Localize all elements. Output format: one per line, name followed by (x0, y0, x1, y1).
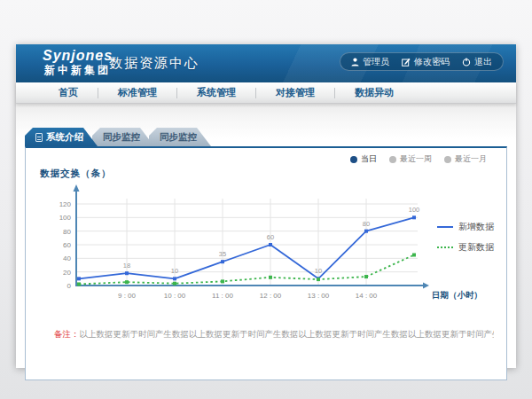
app-window: Synjones 新中新集团 数据资源中心 管理员 修改密码 退出 (16, 44, 516, 368)
change-password-label: 修改密码 (414, 56, 450, 68)
tab-sync-monitor-2[interactable]: 同步监控 (149, 128, 211, 146)
line-chart: 0204060801001209 : 0010 : 0011 : 0012 : … (26, 148, 508, 325)
dotted-line-icon (437, 246, 453, 248)
legend-item-new-data: 新增数据 (437, 221, 494, 233)
svg-text:12 : 00: 12 : 00 (260, 292, 282, 300)
svg-text:80: 80 (63, 228, 71, 236)
tab-label: 同步监控 (103, 131, 140, 144)
svg-text:100: 100 (59, 214, 72, 222)
header-divider (101, 52, 102, 74)
current-user-button[interactable]: 管理员 (351, 56, 389, 68)
svg-text:11 : 00: 11 : 00 (212, 292, 233, 300)
page-title: 数据资源中心 (109, 55, 200, 72)
svg-text:10 : 00: 10 : 00 (164, 292, 186, 300)
legend-label: 更新数据 (458, 241, 494, 254)
app-header: Synjones 新中新集团 数据资源中心 管理员 修改密码 退出 (16, 44, 516, 82)
tab-sync-monitor-1[interactable]: 同步监控 (92, 128, 154, 146)
change-password-button[interactable]: 修改密码 (402, 56, 450, 68)
chart-legend: 新增数据 更新数据 (437, 221, 494, 254)
svg-text:20: 20 (63, 269, 71, 277)
tab-bar: 系统介绍 同步监控 同步监控 (25, 128, 211, 146)
logout-label: 退出 (474, 56, 492, 68)
footnote-text: 以上数据更新于时间产生数据以上数据更新于时间产生数据以上数据更新于时间产生数据以… (80, 329, 495, 339)
document-icon (35, 133, 43, 142)
svg-text:18: 18 (123, 262, 130, 270)
footnote: 备注：以上数据更新于时间产生数据以上数据更新于时间产生数据以上数据更新于时间产生… (54, 329, 494, 340)
content-area: 系统介绍 同步监控 同步监控 当日 最近一周 (16, 104, 516, 367)
svg-text:60: 60 (267, 233, 274, 241)
logo-text-en: Synjones (43, 48, 113, 64)
user-icon (351, 58, 359, 66)
page-background: Synjones 新中新集团 数据资源中心 管理员 修改密码 退出 (0, 0, 532, 399)
nav-item-home[interactable]: 首页 (39, 86, 98, 99)
tab-system-intro[interactable]: 系统介绍 (25, 128, 98, 146)
current-user-label: 管理员 (363, 56, 389, 68)
svg-text:13 : 00: 13 : 00 (308, 292, 330, 300)
svg-text:日期（小时）: 日期（小时） (432, 290, 482, 301)
svg-text:60: 60 (63, 241, 71, 249)
power-icon (462, 58, 471, 66)
svg-text:35: 35 (219, 250, 226, 258)
tab-label: 系统介绍 (46, 131, 83, 144)
svg-text:9 : 00: 9 : 00 (118, 292, 137, 300)
svg-text:100: 100 (409, 206, 420, 214)
svg-text:10: 10 (315, 267, 322, 275)
main-nav: 首页 标准管理 系统管理 对接管理 数据异动 (16, 82, 516, 104)
solid-line-icon (437, 226, 453, 228)
svg-text:14 : 00: 14 : 00 (356, 292, 378, 300)
user-toolbar: 管理员 修改密码 退出 (340, 52, 504, 71)
chart-panel: 当日 最近一周 最近一月 数据交换（条） 0204060801001209 : … (25, 146, 507, 380)
svg-text:80: 80 (363, 220, 370, 228)
legend-label: 新增数据 (458, 221, 494, 233)
nav-item-data-change[interactable]: 数据异动 (335, 86, 413, 99)
tab-label: 同步监控 (160, 131, 197, 144)
svg-text:120: 120 (59, 200, 72, 208)
svg-text:40: 40 (63, 254, 71, 262)
footnote-prefix: 备注： (54, 329, 80, 339)
nav-item-interface-mgmt[interactable]: 对接管理 (256, 86, 334, 99)
nav-item-system-mgmt[interactable]: 系统管理 (177, 86, 255, 99)
legend-item-updated-data: 更新数据 (437, 241, 494, 254)
svg-text:10: 10 (171, 267, 178, 275)
logo-text-cn: 新中新集团 (43, 64, 113, 76)
svg-text:0: 0 (67, 282, 72, 290)
logout-button[interactable]: 退出 (462, 56, 492, 68)
company-logo: Synjones 新中新集团 (43, 48, 113, 76)
edit-icon (402, 58, 411, 66)
nav-item-standard-mgmt[interactable]: 标准管理 (98, 86, 176, 99)
